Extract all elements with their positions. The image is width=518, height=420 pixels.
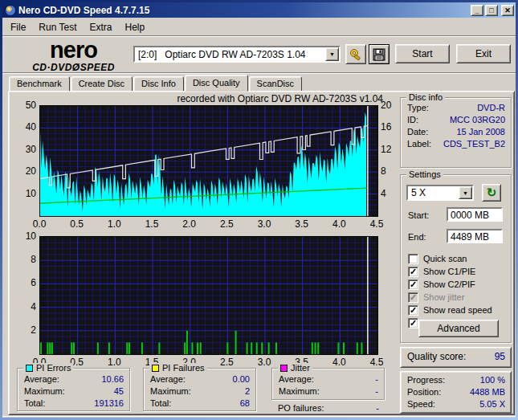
pi-failures-value: 68 [240,398,250,408]
settings-panel: Settings 5 X ▼ ↻ Start: 0000 MB End: 448… [400,174,512,343]
checkbox-box[interactable]: ✓ [408,292,418,303]
axis-tick: 1.0 [104,218,124,230]
advanced-button[interactable]: Advanced [418,320,499,337]
jitter-swatch [280,365,288,372]
axis-tick: 4.0 [328,357,349,368]
axis-tick: 30 [17,144,36,155]
pi-errors-value: 45 [114,386,124,396]
po-failures-label: PO failures: [278,403,376,413]
disc-info-row: Label:CDS_TEST_B2 [401,138,511,150]
chart-title: recorded with Optiarc DVD RW AD-7203S v1… [46,93,383,104]
pi-failures-rows: Average:0.00Maximum:2Total:68 [144,369,255,410]
tab-disc-quality[interactable]: Disc Quality [185,75,248,92]
disc-info-row: Type:DVD-R [401,102,511,114]
app-icon [5,5,16,16]
progress-value: 4488 MB [470,387,505,397]
checkbox-show-read-speed[interactable]: ✓Show read speed [408,304,492,316]
jitter-row: Maximum:- [272,385,384,398]
axis-tick: 16 [381,121,397,133]
checkbox-label: Show jitter [423,292,464,302]
checkbox-box[interactable]: ✓ [408,305,418,316]
settings-title: Settings [406,169,443,179]
checkbox-box[interactable]: ✓ [408,318,418,328]
save-icon [373,48,385,61]
axis-tick: 40 [17,121,36,133]
jitter-panel-title: Jitter [278,363,312,373]
axis-tick: 1.0 [104,357,124,368]
disc-info-title: Disc info [406,92,445,102]
axis-tick: 0.0 [29,218,50,230]
refresh-button[interactable]: ↻ [482,184,501,202]
tab-benchmark[interactable]: Benchmark [9,76,70,92]
menu-bar: FileRun TestExtraHelp [2,18,516,36]
refresh-icon: ↻ [487,186,497,199]
axis-tick: 2.5 [216,357,237,368]
speed-select-value: 5 X [408,187,459,198]
progress-row: Progress:100 % [401,374,511,386]
checkbox-quick-scan[interactable]: Quick scan [408,253,467,264]
pi-errors-row: Average:10.66 [18,373,129,385]
start-mb-field[interactable]: 0000 MB [447,207,503,222]
axis-tick: 4.5 [366,357,387,368]
jitter-value: - [375,374,378,384]
axis-tick: 4.5 [366,218,387,230]
chevron-down-icon[interactable]: ▼ [459,186,472,199]
menu-item-run-test[interactable]: Run Test [32,20,83,35]
checkbox-box[interactable]: ✓ [408,267,418,277]
axis-tick: 20 [381,100,397,111]
save-button[interactable] [369,44,390,64]
progress-value: 100 % [480,375,505,385]
jitter-row: Average:- [272,373,384,385]
jitter-value: - [375,386,378,396]
tab-scandisc[interactable]: ScanDisc [249,76,302,92]
po-failures-value: - [376,403,379,413]
axis-tick: 4.0 [328,218,349,230]
checkbox-show-jitter[interactable]: ✓Show jitter [408,292,464,303]
pi-errors-panel-title: PI Errors [23,363,73,373]
toolbar: nero CD·DVDØSPEED [2:0] Optiarc DVD RW A… [2,37,516,73]
pi-failures-row: Average:0.00 [144,373,255,385]
pi-errors-label: Maximum: [24,386,114,396]
cd-dvd-speed-logo-text: CD·DVDØSPEED [23,63,124,72]
disc-info-panel: Disc info Type:DVD-RID:MCC 03RG20Date:15… [400,97,512,168]
checkbox-label: Show C2/PIF [423,279,475,289]
app-window: Nero CD-DVD Speed 4.7.7.15 _ □ ✕ FileRun… [0,0,518,420]
close-button[interactable]: ✕ [501,5,514,16]
axis-tick: 3.0 [254,357,275,368]
maximize-button[interactable]: □ [485,5,498,16]
minimize-button[interactable]: _ [471,5,483,16]
drive-select[interactable]: [2:0] Optiarc DVD RW AD-7203S 1.04 ▼ [133,46,341,63]
axis-tick: 10 [17,188,36,199]
drive-tools-button[interactable] [345,44,366,64]
axis-tick: 2 [17,324,36,336]
checkbox-show-c2-pif[interactable]: ✓Show C2/PIF [408,279,475,290]
menu-item-extra[interactable]: Extra [83,20,118,35]
pi-failures-label: Maximum: [150,386,245,396]
end-mb-label: End: [408,232,426,242]
end-mb-field[interactable]: 4489 MB [447,229,503,243]
axis-tick: 6 [17,277,36,288]
speed-select[interactable]: 5 X ▼ [406,185,474,201]
checkbox-label: Show C1/PIE [423,267,475,276]
progress-row: Position:4488 MB [401,386,511,398]
exit-button[interactable]: Exit [456,44,511,63]
progress-row: Speed:5.05 X [401,398,511,410]
start-mb-label: Start: [408,210,429,220]
checkbox-box[interactable] [408,254,418,264]
disc-info-value: CDS_TEST_B2 [443,139,505,149]
tab-disc-info[interactable]: Disc Info [133,76,184,92]
menu-item-help[interactable]: Help [119,20,152,35]
axis-tick: 8 [17,254,36,265]
chevron-down-icon[interactable]: ▼ [325,47,339,61]
status-strip [2,416,516,418]
menu-item-file[interactable]: File [4,20,32,35]
pi-failures-row: Total:68 [144,398,255,410]
checkbox-box[interactable]: ✓ [408,279,418,290]
title-bar[interactable]: Nero CD-DVD Speed 4.7.7.15 _ □ ✕ [2,2,516,18]
axis-tick: 2.0 [179,218,200,230]
pi-failures-chart [39,236,378,355]
tab-create-disc[interactable]: Create Disc [71,76,133,92]
checkbox-show-c1-pie[interactable]: ✓Show C1/PIE [408,266,475,277]
pi-errors-row: Maximum:45 [18,385,129,398]
start-button[interactable]: Start [395,44,450,63]
